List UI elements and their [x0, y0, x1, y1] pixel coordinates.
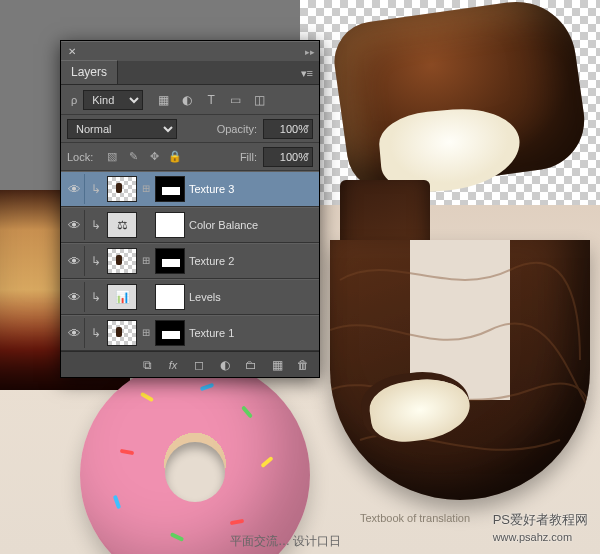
layer-list: 👁↳𐌎Texture 3👁↳⚖Color Balance👁↳𐌎Texture 2… — [61, 171, 319, 351]
layer-row[interactable]: 👁↳𐌎Texture 3 — [61, 171, 319, 207]
layer-name-label[interactable]: Texture 3 — [189, 183, 315, 195]
blend-opacity-row: Normal Opacity: — [61, 115, 319, 143]
lock-all-icon[interactable]: 🔒 — [166, 148, 184, 166]
lock-fill-row: Lock: ▧ ✎ ✥ 🔒 Fill: — [61, 143, 319, 171]
panel-titlebar[interactable]: ✕ ▸▸ — [61, 41, 319, 61]
clip-arrow-icon: ↳ — [89, 218, 103, 232]
mask-thumb — [155, 284, 185, 310]
clip-arrow-icon: ↳ — [89, 326, 103, 340]
visibility-eye-icon[interactable]: 👁 — [65, 174, 85, 204]
mask-thumb — [155, 212, 185, 238]
layer-name-label[interactable]: Levels — [189, 291, 315, 303]
lock-transparency-icon[interactable]: ▧ — [103, 148, 121, 166]
chocolate-u-letter — [330, 240, 590, 500]
type-filter-icon[interactable]: T — [201, 90, 221, 110]
adjustment-thumb: ⚖ — [107, 212, 137, 238]
panel-menu-icon[interactable]: ▾≡ — [295, 63, 319, 84]
link-chain-icon: 𐌎 — [141, 328, 151, 338]
kind-select[interactable]: Kind — [83, 90, 143, 110]
link-chain-icon: 𐌎 — [141, 256, 151, 266]
layers-panel[interactable]: ✕ ▸▸ Layers ▾≡ ρ Kind ▦ ◐ T ▭ ◫ Normal O… — [60, 40, 320, 378]
adjustment-thumb: 📊 — [107, 284, 137, 310]
layer-row[interactable]: 👁↳𐌎Texture 2 — [61, 243, 319, 279]
clip-arrow-icon: ↳ — [89, 254, 103, 268]
new-layer-icon[interactable]: ▦ — [265, 355, 289, 375]
layer-thumb — [107, 176, 137, 202]
new-group-icon[interactable]: 🗀 — [239, 355, 263, 375]
smartobj-filter-icon[interactable]: ◫ — [249, 90, 269, 110]
opacity-label: Opacity: — [217, 123, 257, 135]
sprinkle — [260, 456, 273, 468]
link-chain-icon: 𐌎 — [141, 184, 151, 194]
clip-arrow-icon: ↳ — [89, 182, 103, 196]
layer-name-label[interactable]: Color Balance — [189, 219, 315, 231]
layer-name-label[interactable]: Texture 2 — [189, 255, 315, 267]
u-swirl-lines — [330, 240, 590, 500]
lock-label: Lock: — [67, 151, 93, 163]
fill-input[interactable] — [263, 147, 313, 167]
watermark-site-name: PS爱好者教程网 — [493, 512, 588, 527]
layer-row[interactable]: 👁↳⚖Color Balance — [61, 207, 319, 243]
layer-row[interactable]: 👁↳📊Levels — [61, 279, 319, 315]
visibility-eye-icon[interactable]: 👁 — [65, 246, 85, 276]
fx-icon[interactable]: fx — [161, 355, 185, 375]
image-filter-icon[interactable]: ▦ — [153, 90, 173, 110]
layer-thumb — [107, 248, 137, 274]
sprinkle — [170, 532, 184, 542]
link-layers-icon[interactable]: ⧉ — [135, 355, 159, 375]
kind-label: ρ — [71, 94, 77, 106]
visibility-eye-icon[interactable]: 👁 — [65, 318, 85, 348]
watermark-site-url: www.psahz.com — [493, 531, 572, 543]
panel-tab-row: Layers ▾≡ — [61, 61, 319, 85]
filter-icons-group: ▦ ◐ T ▭ ◫ — [153, 90, 269, 110]
panel-bottom-bar: ⧉ fx ◻ ◐ 🗀 ▦ 🗑 — [61, 351, 319, 377]
collapse-icon[interactable]: ▸▸ — [305, 47, 315, 57]
shape-filter-icon[interactable]: ▭ — [225, 90, 245, 110]
sprinkle — [241, 405, 253, 418]
close-icon[interactable]: ✕ — [65, 45, 79, 59]
layer-thumb — [107, 320, 137, 346]
adjustment-filter-icon[interactable]: ◐ — [177, 90, 197, 110]
layer-name-label[interactable]: Texture 1 — [189, 327, 315, 339]
watermark-center: 平面交流… 设计口日 — [230, 533, 341, 550]
opacity-input[interactable] — [263, 119, 313, 139]
mask-thumb — [155, 320, 185, 346]
add-mask-icon[interactable]: ◻ — [187, 355, 211, 375]
watermark-site: PS爱好者教程网 www.psahz.com — [493, 511, 588, 544]
tab-layers[interactable]: Layers — [61, 60, 118, 84]
mask-thumb — [155, 248, 185, 274]
mask-thumb — [155, 176, 185, 202]
sprinkle — [120, 449, 134, 455]
sprinkle — [230, 519, 244, 525]
lock-position-icon[interactable]: ✥ — [145, 148, 163, 166]
clip-arrow-icon: ↳ — [89, 290, 103, 304]
visibility-eye-icon[interactable]: 👁 — [65, 210, 85, 240]
lock-pixels-icon[interactable]: ✎ — [124, 148, 142, 166]
visibility-eye-icon[interactable]: 👁 — [65, 282, 85, 312]
sprinkle — [200, 383, 215, 392]
layer-row[interactable]: 👁↳𐌎Texture 1 — [61, 315, 319, 351]
blend-mode-select[interactable]: Normal — [67, 119, 177, 139]
trash-icon[interactable]: 🗑 — [291, 355, 315, 375]
layer-filter-row: ρ Kind ▦ ◐ T ▭ ◫ — [61, 85, 319, 115]
new-adjustment-icon[interactable]: ◐ — [213, 355, 237, 375]
sprinkle — [113, 495, 122, 510]
lock-icons-group: ▧ ✎ ✥ 🔒 — [103, 148, 184, 166]
sprinkle — [140, 392, 154, 402]
caption-text: Textbook of translation — [360, 512, 470, 524]
fill-label: Fill: — [240, 151, 257, 163]
